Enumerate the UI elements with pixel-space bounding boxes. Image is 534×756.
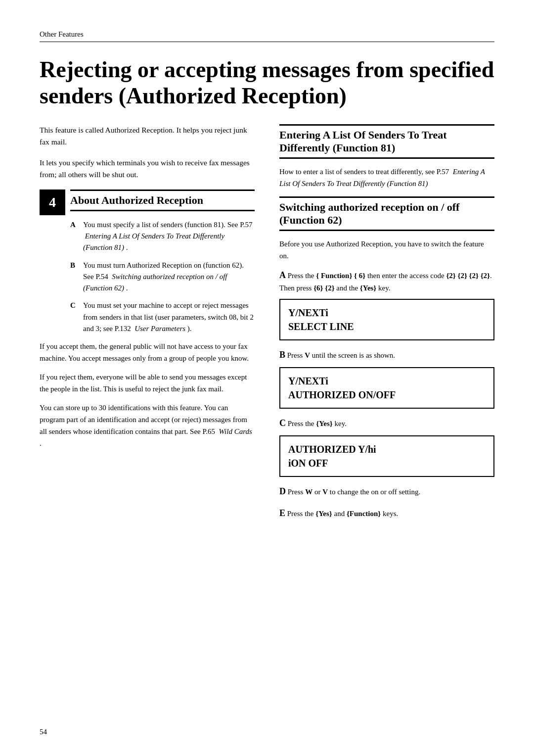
step-c-block: C Press the {Yes} key. AUTHORIZED Y/hi i… [279,417,494,477]
step-c-label: C Press the {Yes} key. [279,417,494,430]
header-label: Other Features [40,30,84,38]
page: Other Features Rejecting or accepting me… [0,0,534,756]
step-b-label: B Press V until the screen is as shown. [279,348,494,362]
list-label-c: C [70,300,79,334]
step-d-letter: D [279,486,286,496]
about-section: 4 About Authorized Reception A You must … [40,189,255,334]
list-text-c: You must set your machine to accept or r… [83,300,255,334]
step-c-letter: C [279,418,286,428]
step-a-block: A Press the { Function} { 6} then enter … [279,269,494,340]
step-b-block: B Press V until the screen is as shown. … [279,348,494,409]
step-d-block: D Press W or V to change the on or off s… [279,485,494,499]
step-b-letter: B [279,350,285,360]
list-item-a: A You must specify a list of senders (fu… [70,219,255,254]
main-title: Rejecting or accepting messages from spe… [40,57,494,109]
step-c-text: Press the {Yes} key. [286,420,347,427]
screen-b-line2: AUTHORIZED ON/OFF [288,388,486,402]
step-a-letter: A [279,270,286,280]
screen-c-line1: AUTHORIZED Y/hi [288,442,486,456]
screen-box-c: AUTHORIZED Y/hi iON OFF [279,435,494,477]
header-bar: Other Features [40,30,494,42]
list-item-c: C You must set your machine to accept or… [70,300,255,334]
page-number: 54 [40,728,47,736]
step-e-block: E Press the {Yes} and {Function} keys. [279,507,494,520]
left-column: This feature is called Authorized Recept… [40,124,255,456]
body-para-1: If you accept them, the general public w… [40,340,255,364]
intro-para-2: It lets you specify which terminals you … [40,157,255,181]
list-text-a: You must specify a list of senders (func… [83,219,255,254]
step-d-label: D Press W or V to change the on or off s… [279,485,494,499]
switching-heading-text: Switching authorized reception on / off … [279,201,459,226]
switching-heading: Switching authorized reception on / off … [279,196,494,231]
entering-list-body: How to enter a list of senders to treat … [279,166,494,189]
step-d-text: Press W or V to change the on or off set… [286,488,420,496]
step-e-letter: E [279,508,285,518]
entering-list-heading: Entering A List Of Senders To Treat Diff… [279,124,494,159]
screen-a-line1: Y/NEXTi [288,306,486,320]
step-a-text: Press the { Function} { 6} then enter th… [279,272,492,292]
step-b-text: Press V until the screen is as shown. [285,351,395,359]
screen-box-b: Y/NEXTi AUTHORIZED ON/OFF [279,367,494,409]
content-layout: This feature is called Authorized Recept… [40,124,494,528]
screen-a-line2: SELECT LINE [288,320,486,333]
step-e-label: E Press the {Yes} and {Function} keys. [279,507,494,520]
entering-list-heading-text: Entering A List Of Senders To Treat Diff… [279,129,447,154]
body-para-3: You can store up to 30 identifications w… [40,402,255,449]
switching-intro: Before you use Authorized Reception, you… [279,238,494,262]
body-para-2: If you reject them, everyone will be abl… [40,371,255,395]
right-column: Entering A List Of Senders To Treat Diff… [279,124,494,528]
screen-box-a: Y/NEXTi SELECT LINE [279,299,494,340]
step-e-text: Press the {Yes} and {Function} keys. [285,510,398,518]
chapter-marker: 4 [40,189,65,215]
intro-para-1: This feature is called Authorized Recept… [40,124,255,148]
list-label-a: A [70,219,79,254]
list-text-b: You must turn Authorized Reception on (f… [83,260,255,294]
screen-c-line2: iON OFF [288,456,486,470]
screen-b-line1: Y/NEXTi [288,374,486,388]
step-a-label: A Press the { Function} { 6} then enter … [279,269,494,294]
list-item-b: B You must turn Authorized Reception on … [70,260,255,294]
list-label-b: B [70,260,79,294]
about-heading: About Authorized Reception [70,189,255,211]
